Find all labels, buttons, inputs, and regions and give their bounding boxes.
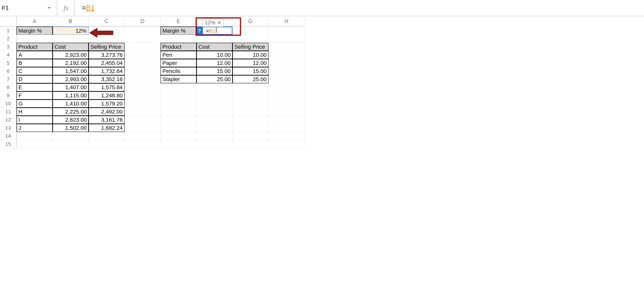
cell-E15[interactable]: [160, 140, 196, 148]
cell-D2[interactable]: [124, 35, 160, 43]
cell-B2[interactable]: [52, 35, 88, 43]
cell-H2[interactable]: [268, 35, 304, 43]
cell-A11[interactable]: H: [16, 108, 52, 116]
cell-C5[interactable]: 2,455.04: [88, 59, 124, 67]
cell-G2[interactable]: [232, 35, 268, 43]
cell-C14[interactable]: [88, 132, 124, 140]
cell-H1[interactable]: [268, 26, 304, 35]
cell-E13[interactable]: [160, 124, 196, 132]
row-header-13[interactable]: 13: [0, 124, 16, 132]
cell-H12[interactable]: [268, 116, 304, 124]
row-header-14[interactable]: 14: [0, 132, 16, 140]
cell-F1[interactable]: ? =B1 12% ✕: [196, 26, 232, 35]
cell-B4[interactable]: 2,923.00: [52, 51, 88, 59]
cell-H6[interactable]: [268, 67, 304, 75]
cell-A15[interactable]: [16, 140, 52, 148]
cell-A9[interactable]: F: [16, 91, 52, 99]
cell-H7[interactable]: [268, 75, 304, 83]
cell-C13[interactable]: 1,682.24: [88, 124, 124, 132]
cell-G3[interactable]: Selling Price: [232, 43, 268, 51]
cell-C8[interactable]: 1,575.84: [88, 83, 124, 91]
cell-H11[interactable]: [268, 108, 304, 116]
cell-A13[interactable]: J: [16, 124, 52, 132]
row-header-4[interactable]: 4: [0, 51, 16, 59]
cell-D14[interactable]: [124, 132, 160, 140]
cell-B11[interactable]: 2,225.00: [52, 108, 88, 116]
cell-B1[interactable]: 12%: [52, 26, 88, 35]
col-header-G[interactable]: G: [232, 16, 268, 26]
cell-C12[interactable]: 3,161.76: [88, 116, 124, 124]
row-header-11[interactable]: 11: [0, 108, 16, 116]
cell-D8[interactable]: [124, 83, 160, 91]
cell-B9[interactable]: 1,115.00: [52, 91, 88, 99]
cell-H8[interactable]: [268, 83, 304, 91]
cell-E5[interactable]: Paper: [160, 59, 196, 67]
cell-E2[interactable]: [160, 35, 196, 43]
cell-A6[interactable]: C: [16, 67, 52, 75]
cell-E12[interactable]: [160, 116, 196, 124]
cell-G7[interactable]: 25.00: [232, 75, 268, 83]
cell-D13[interactable]: [124, 124, 160, 132]
cell-D5[interactable]: [124, 59, 160, 67]
cell-G4[interactable]: 10.00: [232, 51, 268, 59]
cell-B8[interactable]: 1,407.00: [52, 83, 88, 91]
cell-H13[interactable]: [268, 124, 304, 132]
cell-D11[interactable]: [124, 108, 160, 116]
cell-C15[interactable]: [88, 140, 124, 148]
cell-G9[interactable]: [232, 91, 268, 99]
cell-F14[interactable]: [196, 132, 232, 140]
cell-A2[interactable]: [16, 35, 52, 43]
cell-A3[interactable]: Product: [16, 43, 52, 51]
cell-E3[interactable]: Product: [160, 43, 196, 51]
cell-B7[interactable]: 2,993.00: [52, 75, 88, 83]
col-header-D[interactable]: D: [124, 16, 160, 26]
cell-D10[interactable]: [124, 99, 160, 108]
cell-D4[interactable]: [124, 51, 160, 59]
cell-D15[interactable]: [124, 140, 160, 148]
cell-A5[interactable]: B: [16, 59, 52, 67]
cell-E11[interactable]: [160, 108, 196, 116]
cell-E14[interactable]: [160, 132, 196, 140]
row-header-3[interactable]: 3: [0, 43, 16, 51]
row-header-7[interactable]: 7: [0, 75, 16, 83]
cell-D3[interactable]: [124, 43, 160, 51]
cell-H9[interactable]: [268, 91, 304, 99]
cell-F6[interactable]: 15.00: [196, 67, 232, 75]
col-header-B[interactable]: B: [52, 16, 88, 26]
cell-A4[interactable]: A: [16, 51, 52, 59]
row-header-12[interactable]: 12: [0, 116, 16, 124]
cell-G13[interactable]: [232, 124, 268, 132]
row-header-6[interactable]: 6: [0, 67, 16, 75]
col-header-H[interactable]: H: [268, 16, 304, 26]
row-header-1[interactable]: 1: [0, 26, 16, 35]
cell-C1[interactable]: [88, 26, 124, 35]
cell-C2[interactable]: [88, 35, 124, 43]
cell-F15[interactable]: [196, 140, 232, 148]
cell-E4[interactable]: Pen: [160, 51, 196, 59]
cell-F11[interactable]: [196, 108, 232, 116]
cell-D7[interactable]: [124, 75, 160, 83]
cell-C6[interactable]: 1,732.64: [88, 67, 124, 75]
cell-G11[interactable]: [232, 108, 268, 116]
name-box-dropdown-icon[interactable]: [47, 6, 51, 10]
cell-F4[interactable]: 10.00: [196, 51, 232, 59]
cell-B15[interactable]: [52, 140, 88, 148]
formula-input[interactable]: =B1: [82, 4, 94, 12]
cell-G5[interactable]: 12.00: [232, 59, 268, 67]
cell-H14[interactable]: [268, 132, 304, 140]
cell-G6[interactable]: 15.00: [232, 67, 268, 75]
cell-A7[interactable]: D: [16, 75, 52, 83]
cell-C7[interactable]: 3,352.16: [88, 75, 124, 83]
cell-A10[interactable]: G: [16, 99, 52, 108]
cell-E1[interactable]: Margin %: [160, 26, 196, 35]
cell-G15[interactable]: [232, 140, 268, 148]
row-header-5[interactable]: 5: [0, 59, 16, 67]
cell-F10[interactable]: [196, 99, 232, 108]
cell-H4[interactable]: [268, 51, 304, 59]
cell-E10[interactable]: [160, 99, 196, 108]
cell-H10[interactable]: [268, 99, 304, 108]
row-header-15[interactable]: 15: [0, 140, 16, 148]
cell-C3[interactable]: Selling Price: [88, 43, 124, 51]
formula-help-icon[interactable]: ?: [196, 26, 203, 35]
cell-F9[interactable]: [196, 91, 232, 99]
